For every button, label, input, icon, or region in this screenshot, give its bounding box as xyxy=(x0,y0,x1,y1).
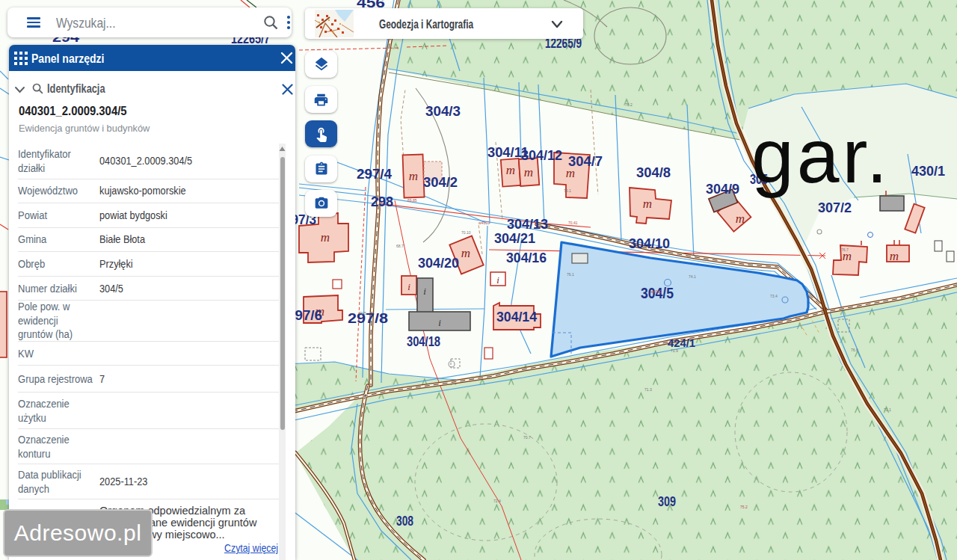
svg-text:73.4: 73.4 xyxy=(770,294,778,298)
svg-text:297/4: 297/4 xyxy=(357,166,392,182)
svg-text:m: m xyxy=(321,230,330,244)
svg-text:304/12: 304/12 xyxy=(521,147,562,163)
svg-text:304/10: 304/10 xyxy=(629,236,670,251)
svg-text:m: m xyxy=(506,163,515,177)
svg-text:70.41: 70.41 xyxy=(568,221,578,225)
svg-text:304/21: 304/21 xyxy=(494,230,535,246)
svg-text:70.5: 70.5 xyxy=(359,311,366,316)
svg-text:i: i xyxy=(438,317,441,328)
svg-text:304/9: 304/9 xyxy=(706,181,739,197)
svg-text:m: m xyxy=(643,197,652,211)
svg-text:m: m xyxy=(890,249,899,263)
svg-text:m: m xyxy=(461,246,470,260)
svg-text:w4010: w4010 xyxy=(478,221,490,225)
svg-text:70.7: 70.7 xyxy=(523,435,531,440)
svg-text:74.1: 74.1 xyxy=(689,274,696,279)
svg-text:304/16: 304/16 xyxy=(506,250,547,265)
svg-text:308: 308 xyxy=(396,514,413,529)
svg-text:i: i xyxy=(423,286,426,297)
svg-text:w4010: w4010 xyxy=(650,289,662,294)
svg-text:m: m xyxy=(409,169,418,183)
svg-text:304/14: 304/14 xyxy=(496,309,537,324)
svg-text:76.7: 76.7 xyxy=(841,247,849,252)
svg-text:304/7: 304/7 xyxy=(568,153,603,169)
svg-text:68.7: 68.7 xyxy=(396,244,404,248)
svg-text:298: 298 xyxy=(371,194,393,209)
svg-text:71.9: 71.9 xyxy=(671,348,678,353)
svg-text:430/1: 430/1 xyxy=(911,163,945,179)
svg-text:71.1: 71.1 xyxy=(884,407,891,412)
svg-text:i: i xyxy=(496,274,499,286)
svg-text:307/2: 307/2 xyxy=(818,200,852,215)
svg-text:70.10: 70.10 xyxy=(461,230,471,235)
svg-text:gar.: gar. xyxy=(751,114,890,199)
svg-text:304/20: 304/20 xyxy=(418,255,459,271)
svg-text:76.6: 76.6 xyxy=(851,348,858,352)
svg-text:76.2: 76.2 xyxy=(625,102,633,107)
svg-text:m: m xyxy=(736,212,745,226)
svg-text:69.85: 69.85 xyxy=(407,198,417,203)
svg-text:76.1: 76.1 xyxy=(567,272,574,277)
svg-text:304/18: 304/18 xyxy=(407,333,440,349)
svg-text:304/13: 304/13 xyxy=(507,216,548,232)
svg-text:424/1: 424/1 xyxy=(668,336,695,349)
svg-text:72.4: 72.4 xyxy=(493,499,501,503)
svg-text:297/8: 297/8 xyxy=(348,310,388,326)
svg-text:75.2: 75.2 xyxy=(740,505,748,509)
svg-text:76.1: 76.1 xyxy=(564,188,571,193)
svg-text:304/2: 304/2 xyxy=(423,174,458,190)
svg-text:i: i xyxy=(407,281,410,292)
svg-text:m: m xyxy=(524,165,533,179)
svg-text:309: 309 xyxy=(658,494,676,509)
svg-text:304/3: 304/3 xyxy=(425,103,461,119)
svg-text:71.3: 71.3 xyxy=(644,387,652,392)
svg-text:304/8: 304/8 xyxy=(636,164,671,180)
